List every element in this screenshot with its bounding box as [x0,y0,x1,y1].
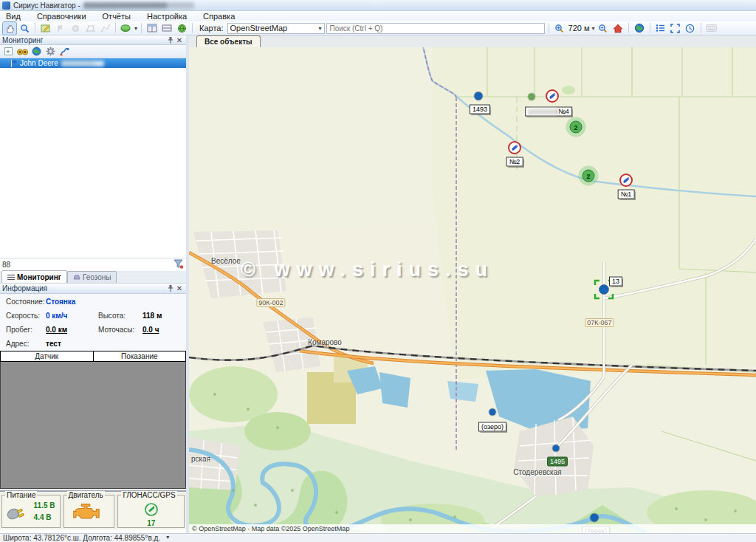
menu-directories[interactable]: Справочники [37,12,86,21]
mileage-value[interactable]: 0.0 км [46,326,67,334]
polygon-icon [73,274,80,281]
app-window: Сириус Навигатор - ████████████████ Вид … [0,0,756,542]
legend-icon[interactable] [654,22,667,35]
menu-view[interactable]: Вид [6,12,21,21]
map-label[interactable]: (озеро) [478,422,506,432]
add-polygon-icon[interactable] [83,22,97,35]
gps-satellite-count: 17 [147,519,155,527]
track-icon[interactable] [58,46,70,57]
tab-geozones-label: Геозоны [83,273,111,281]
map-marker-dot[interactable] [591,514,599,522]
tree-item-redacted: 88888888 [61,61,104,66]
state-value: Стоянка [46,298,75,306]
map-marker-cluster[interactable]: 2 [566,117,586,137]
map-label[interactable]: 17777777777№4 [525,107,572,117]
app-icon [2,1,10,10]
tree-item-vehicle[interactable]: John Deere 88888888 [0,58,186,68]
layers-caret-icon[interactable]: ▾ [134,25,137,32]
map-marker-dot[interactable] [475,92,483,100]
sensors-col-value[interactable]: Показание [94,351,186,361]
engine-gauge: Двигатель [63,495,115,528]
settings-gear-icon[interactable] [44,46,56,57]
map-canvas[interactable]: © www.sirius.su 22 149317777777777№4№2№1… [189,47,756,533]
gps-gauge: ГЛОНАСС/GPS 17 [117,495,185,528]
layers-icon[interactable] [120,22,133,35]
map-marker-station[interactable] [619,174,633,189]
pan-tool-icon[interactable] [3,22,16,35]
zoom-tool-icon[interactable] [18,22,31,35]
monitoring-panel-title: Мониторинг [2,36,43,44]
tab-monitoring-label: Мониторинг [17,273,61,281]
sensors-table-header: Датчик Показание [0,351,186,362]
edit-map-icon[interactable] [39,22,52,35]
map-marker-dot[interactable] [489,409,496,416]
close-icon[interactable]: ✕ [175,36,184,44]
gps-gauge-label: ГЛОНАСС/GPS [121,491,176,499]
home-icon[interactable] [611,22,625,35]
sidebar-tabs: Мониторинг Геозоны [0,271,186,284]
map-label[interactable]: 1493 [470,105,490,114]
statusbar-coordinates: Широта: 43.78126°с.ш. Долгота: 44.89855°… [3,534,160,542]
add-point-icon[interactable] [54,22,67,35]
show-on-map-icon[interactable] [30,46,42,57]
map-label[interactable]: №1 [618,190,635,199]
gauges-panel: Питание 11.5 В 4.4 В Двигатель ГЛОНАСС/G… [0,490,186,529]
filter-funnel-icon[interactable] [173,259,184,270]
search-input[interactable] [326,23,545,34]
binoculars-icon[interactable] [16,46,28,57]
menu-reports[interactable]: Отчёты [103,12,131,21]
speed-label: Скорость: [6,312,40,320]
list-icon [7,274,15,281]
menubar: Вид Справочники Отчёты Настройка Справка [0,11,756,21]
map-label: Весёлое [211,257,241,265]
window-title-redacted: ████████████████ [83,2,194,9]
keyboard-icon[interactable] [705,22,718,35]
zoom-scale-caret-icon[interactable]: ▾ [592,25,595,32]
map-provider-caret-icon: ▾ [319,25,322,32]
map-provider-select[interactable]: OpenStreetMap ▾ [227,23,325,34]
map-marker-station[interactable] [546,89,560,105]
power-gauge-label: Питание [5,491,37,499]
power-gauge: Питание 11.5 В 4.4 В [1,495,61,528]
state-label: Состояние: [6,298,45,306]
info-close-icon[interactable]: ✕ [175,284,184,292]
map-marker-dot[interactable] [553,445,560,452]
main-toolbar: ▾ Карта: OpenStreetMap ▾ 720 м ▾ [0,21,756,35]
tab-geozones[interactable]: Геозоны [67,271,117,283]
map-label[interactable]: №2 [506,157,523,167]
pin-icon[interactable] [166,36,175,44]
hours-value[interactable]: 0.0 ч [142,326,159,334]
world-icon[interactable] [633,22,646,35]
power-voltage-2: 4.4 В [34,512,55,524]
statusbar-caret-icon[interactable]: ▾ [166,534,169,541]
info-panel-header: Информация ✕ [0,284,186,294]
map-tab-all-objects[interactable]: Все объекты [196,35,261,47]
add-polyline-icon[interactable] [98,22,111,35]
split-vertical-icon[interactable] [160,22,173,35]
menu-help[interactable]: Справка [203,12,235,21]
expand-all-button[interactable]: + [2,46,14,57]
map-label[interactable]: 13 [609,277,622,287]
engine-gauge-label: Двигатель [67,491,105,499]
zoom-in-icon[interactable] [553,22,566,35]
map-select-label: Карта: [199,24,224,32]
map-label: 1495 [547,457,568,467]
map-marker-station[interactable] [508,141,522,157]
watermark: © www.sirius.su [241,258,494,281]
tree-item-label: John Deere [20,59,58,67]
map-marker-cluster[interactable]: 2 [579,166,599,186]
fit-bounds-icon[interactable] [669,22,682,35]
zoom-scale-value[interactable]: 720 м [568,24,590,32]
map-marker-dot[interactable] [529,94,535,100]
info-pin-icon[interactable] [166,284,175,292]
map-tabs: Все объекты [189,35,756,47]
zoom-out-icon[interactable] [597,22,610,35]
globe-save-icon[interactable] [175,22,188,35]
time-icon[interactable] [684,22,697,35]
add-circle-icon[interactable] [69,22,82,35]
tab-monitoring[interactable]: Мониторинг [1,270,67,283]
sensors-col-sensor[interactable]: Датчик [1,351,94,361]
menu-settings[interactable]: Настройка [147,12,187,21]
filter-input[interactable] [2,261,173,269]
split-horizontal-icon[interactable] [145,22,159,35]
